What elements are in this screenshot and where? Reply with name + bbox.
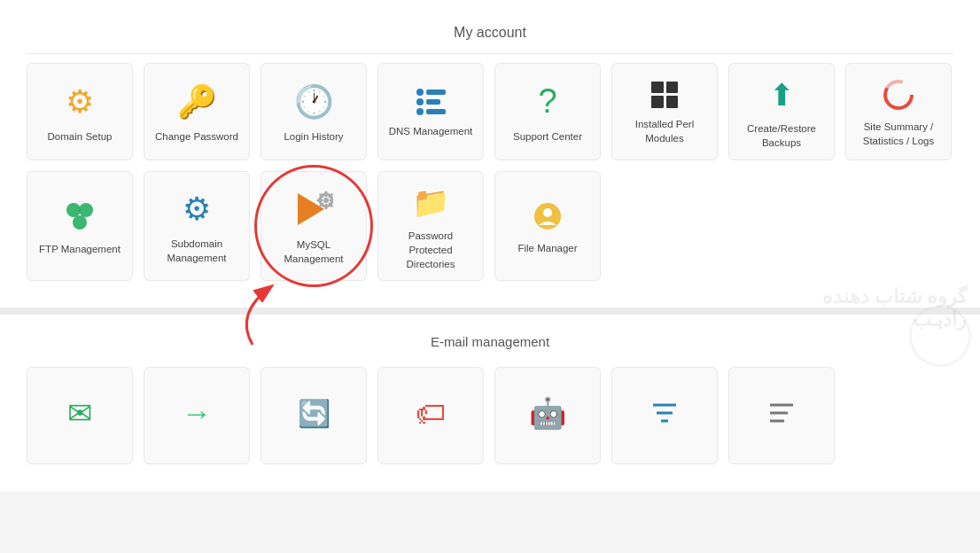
backup-icon: ⬆ (769, 77, 794, 113)
card-autoresponder[interactable]: 🔄 (261, 367, 367, 464)
key-icon: 🔑 (177, 83, 217, 121)
card-label-file-manager: File Manager (517, 241, 577, 255)
card-label-subdomain-management: SubdomainManagement (167, 237, 226, 265)
history-icon: 🕐 (294, 83, 334, 121)
mysql-icon (294, 190, 333, 229)
card-label-ftp-management: FTP Management (39, 242, 121, 256)
card-email-accounts[interactable]: ✉ (27, 367, 133, 464)
autoresponder-icon: 🔄 (298, 398, 331, 429)
card-android-mail[interactable]: 🤖 (494, 367, 601, 464)
card-mysql-management[interactable]: MySQLManagement (261, 171, 367, 281)
card-site-summary[interactable]: Site Summary /Statistics / Logs (845, 63, 952, 160)
card-label-support-center: Support Center (513, 129, 582, 144)
dns-icon (416, 89, 446, 115)
perl-icon (651, 82, 678, 108)
email-cards-grid: ✉ → 🔄 🏷 🤖 (27, 358, 953, 473)
card-label-dns-management: DNS Management (389, 124, 473, 138)
section-divider (0, 308, 980, 315)
card-email-tag[interactable]: 🏷 (377, 367, 484, 464)
card-password-protected[interactable]: 📁 PasswordProtectedDirectories (377, 171, 484, 281)
card-label-create-restore-backups: Create/RestoreBackups (747, 121, 816, 150)
card-create-restore-backups[interactable]: ⬆ Create/RestoreBackups (728, 63, 835, 160)
my-account-section: My account ⚙ Domain Setup 🔑 Change Passw… (0, 0, 980, 308)
svg-point-4 (73, 215, 87, 230)
site-summary-icon (883, 79, 914, 111)
password-protected-icon: 📁 (412, 184, 449, 220)
svg-point-18 (543, 208, 552, 217)
forward-icon: → (182, 396, 212, 431)
card-label-mysql-management: MySQLManagement (284, 238, 343, 266)
android-icon: 🤖 (529, 395, 566, 431)
support-icon: ? (538, 82, 556, 121)
card-more-email[interactable] (728, 367, 835, 464)
card-dns-management[interactable]: DNS Management (377, 63, 484, 160)
card-label-login-history: Login History (284, 129, 343, 144)
gear-icon: ⚙ (66, 83, 94, 121)
svg-point-3 (79, 203, 93, 217)
page-wrapper: My account ⚙ Domain Setup 🔑 Change Passw… (0, 0, 980, 491)
email-section: E-mail management ✉ → 🔄 🏷 (0, 315, 980, 491)
card-domain-setup[interactable]: ⚙ Domain Setup (27, 63, 133, 160)
card-label-password-protected: PasswordProtectedDirectories (407, 229, 455, 271)
card-file-manager[interactable]: File Manager (494, 171, 601, 281)
card-label-domain-setup: Domain Setup (48, 129, 113, 144)
card-label-installed-perl-modules: Installed PerlModules (635, 117, 694, 145)
card-ftp-management[interactable]: FTP Management (27, 171, 133, 281)
card-email-forwarding[interactable]: → (144, 367, 250, 464)
email-icon: ✉ (67, 395, 92, 431)
svg-point-2 (66, 203, 81, 217)
my-account-title: My account (27, 9, 953, 54)
card-subdomain-management[interactable]: ⚙ SubdomainManagement (144, 171, 250, 281)
email-management-title: E-mail management (27, 323, 953, 358)
card-label-site-summary: Site Summary /Statistics / Logs (863, 120, 935, 148)
my-account-cards-grid: ⚙ Domain Setup 🔑 Change Password 🕐 Login… (27, 54, 953, 290)
svg-point-7 (323, 198, 329, 203)
card-change-password[interactable]: 🔑 Change Password (144, 63, 250, 160)
tag-icon: 🏷 (416, 396, 446, 431)
ftp-icon (63, 199, 97, 233)
card-email-filter[interactable] (611, 367, 718, 464)
more-icon (766, 398, 797, 428)
card-login-history[interactable]: 🕐 Login History (261, 63, 367, 160)
card-label-change-password: Change Password (155, 129, 238, 144)
card-support-center[interactable]: ? Support Center (494, 63, 601, 160)
file-manager-icon (532, 200, 564, 232)
card-installed-perl-modules[interactable]: Installed PerlModules (611, 63, 718, 160)
subdomain-icon: ⚙ (183, 191, 211, 228)
filter-icon (649, 398, 680, 428)
